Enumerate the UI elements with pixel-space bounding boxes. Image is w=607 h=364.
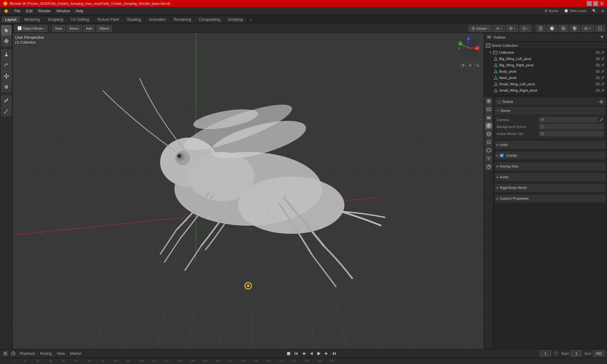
visibility-icon-6[interactable] xyxy=(596,82,600,86)
select-icon-7[interactable] xyxy=(601,88,605,93)
visibility-icon-2[interactable] xyxy=(596,57,600,61)
rigid-body-toggle[interactable]: ▶ Rigid Body World xyxy=(495,184,606,191)
menu-window[interactable]: Window xyxy=(54,8,72,14)
jump-start-button[interactable] xyxy=(293,350,299,357)
outliner-neck-pivot[interactable]: Neck_pivot xyxy=(484,75,607,81)
add-workspace-button[interactable]: + xyxy=(247,16,254,23)
proportional-editing[interactable] xyxy=(519,25,531,32)
render-props-button[interactable] xyxy=(485,97,493,105)
physics-props-button[interactable] xyxy=(485,163,493,171)
jump-end-button[interactable] xyxy=(331,350,337,357)
menu-help[interactable]: Help xyxy=(73,8,86,14)
world-props-button[interactable] xyxy=(485,130,493,138)
scene-section-toggle[interactable]: ▼ Scene xyxy=(495,107,606,114)
camera-edit-icon[interactable] xyxy=(599,117,604,122)
overlay-toggle[interactable] xyxy=(581,25,594,32)
rotate-tool-button[interactable] xyxy=(1,60,11,70)
move-tool-button[interactable] xyxy=(1,50,11,60)
viewport-3d[interactable]: User Perspective (1) Collection X xyxy=(13,33,484,349)
maximize-button[interactable]: □ xyxy=(593,1,598,6)
annotate-tool-button[interactable] xyxy=(1,95,11,106)
visibility-icon[interactable] xyxy=(596,50,600,55)
active-movie-clip-field[interactable] xyxy=(539,131,604,136)
step-back-button[interactable] xyxy=(301,350,307,357)
tab-compositing[interactable]: Compositing xyxy=(195,16,224,23)
solid-shading[interactable] xyxy=(547,25,557,32)
tab-sculpting[interactable]: Sculpting xyxy=(44,16,67,23)
search-button[interactable]: 🔍 xyxy=(590,9,599,13)
xray-toggle[interactable] xyxy=(595,25,605,32)
object-props-button[interactable] xyxy=(485,138,493,146)
visibility-icon-4[interactable] xyxy=(596,69,600,74)
tab-texture-paint[interactable]: Texture Paint xyxy=(93,16,123,23)
select-icon-3[interactable] xyxy=(601,63,605,67)
filter-icon[interactable] xyxy=(599,35,604,40)
rendered-shading[interactable] xyxy=(570,25,580,32)
gravity-toggle[interactable]: ▶ Gravity xyxy=(495,152,606,159)
select-icon-5[interactable] xyxy=(601,76,605,80)
search-viewport-button[interactable] xyxy=(474,62,481,69)
playback-menu[interactable]: Playback xyxy=(18,351,36,356)
background-scene-field[interactable] xyxy=(539,124,604,130)
units-toggle[interactable]: ▶ Units xyxy=(495,141,606,149)
view-layer-selector[interactable]: 🔲 View Layer xyxy=(561,9,589,13)
scene-props-button[interactable] xyxy=(485,122,493,130)
menu-render[interactable]: Render xyxy=(36,8,53,14)
audio-toggle[interactable]: ▶ Audio xyxy=(495,173,606,181)
scene-selector[interactable]: ⚙ Scene xyxy=(542,9,561,13)
gravity-checkbox[interactable] xyxy=(500,154,504,157)
outliner-body-pivot[interactable]: Body_pivot xyxy=(484,68,607,75)
transform-orientation[interactable]: Global xyxy=(469,25,492,32)
wireframe-shading[interactable] xyxy=(536,25,546,32)
outliner-small-wing-left[interactable]: Small_Wing_Left_pivot xyxy=(484,81,607,87)
select-icon-6[interactable] xyxy=(601,82,605,86)
end-frame-input[interactable]: 250 xyxy=(593,350,604,357)
keying-sets-toggle[interactable]: ▶ Keying Sets xyxy=(495,162,606,170)
transform-tool-button[interactable] xyxy=(1,82,11,92)
outliner-big-wing-left[interactable]: Big_Wing_Left_pivot xyxy=(484,56,607,62)
output-props-button[interactable] xyxy=(485,106,493,113)
select-tool-button[interactable] xyxy=(1,25,11,35)
outliner-small-wing-right[interactable]: Small_Wing_Right_pivot xyxy=(484,87,607,94)
scene-settings-icon[interactable] xyxy=(599,99,604,104)
custom-props-toggle[interactable]: ▶ Custom Properties xyxy=(495,195,606,202)
object-menu-button[interactable]: Object xyxy=(96,25,112,32)
camera-view-button[interactable] xyxy=(459,62,466,69)
tab-layout[interactable]: Layout xyxy=(1,16,20,23)
select-icon[interactable] xyxy=(601,50,605,55)
snap-toggle[interactable] xyxy=(506,25,518,32)
outliner-collection[interactable]: ▼ Collection xyxy=(484,49,607,56)
view-menu-button[interactable]: View xyxy=(52,25,65,32)
scale-tool-button[interactable] xyxy=(1,71,11,81)
minimize-button[interactable]: − xyxy=(587,1,592,6)
tab-rendering[interactable]: Rendering xyxy=(170,16,195,23)
tab-uv-editing[interactable]: UV Editing xyxy=(67,16,93,23)
navigation-gizmo[interactable]: X Y Z -X xyxy=(456,35,481,61)
current-frame-display[interactable]: 1 xyxy=(540,350,551,357)
view-menu[interactable]: View xyxy=(55,351,66,356)
tab-animation[interactable]: Animation xyxy=(145,16,169,23)
measure-tool-button[interactable] xyxy=(1,106,11,116)
outliner-big-wing-right[interactable]: Big_Wing_Right_pivot xyxy=(484,62,607,68)
select-icon-2[interactable] xyxy=(601,57,605,61)
tab-scripting[interactable]: Scripting xyxy=(224,16,247,23)
play-reverse-button[interactable] xyxy=(308,350,315,357)
menu-file[interactable]: File xyxy=(12,8,23,14)
marker-menu[interactable]: Marker xyxy=(69,351,83,356)
select-icon-4[interactable] xyxy=(601,69,605,74)
particles-props-button[interactable] xyxy=(485,155,493,162)
filter-button[interactable]: ▼ xyxy=(600,9,606,13)
keying-menu[interactable]: Keying xyxy=(39,351,53,356)
select-menu-button[interactable]: Select xyxy=(66,25,82,32)
menu-edit[interactable]: Edit xyxy=(23,8,35,14)
menu-blender[interactable]: 🔶 xyxy=(1,8,11,14)
visibility-icon-7[interactable] xyxy=(596,88,600,93)
start-frame-input[interactable]: 1 xyxy=(571,350,582,357)
tab-shading[interactable]: Shading xyxy=(123,16,145,23)
visibility-icon-3[interactable] xyxy=(596,63,600,67)
transform-pivot[interactable] xyxy=(493,25,505,32)
modifier-props-button[interactable] xyxy=(485,147,493,154)
view-layer-props-button[interactable] xyxy=(485,114,493,121)
step-forward-button[interactable] xyxy=(323,350,330,357)
mode-selector[interactable]: ⬜ Object Mode xyxy=(15,25,48,32)
